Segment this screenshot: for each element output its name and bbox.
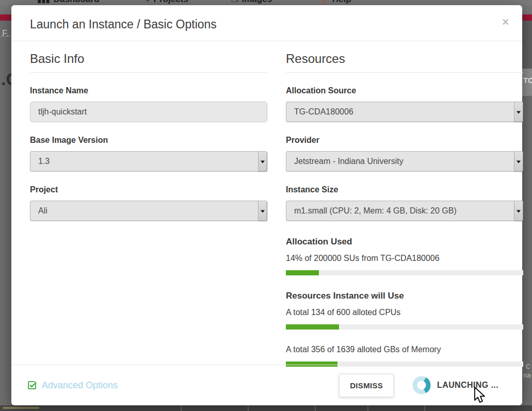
base-image-version-label: Base Image Version — [30, 136, 267, 145]
modal-title: Launch an Instance / Basic Options — [30, 18, 217, 31]
select-value: Jetstream - Indiana University — [294, 152, 404, 171]
nav-label: Projects — [154, 0, 188, 5]
select-value: Ali — [38, 201, 47, 221]
images-icon: ❐ — [231, 0, 238, 4]
dismiss-button[interactable]: DISMISS — [339, 374, 394, 397]
project-label: Project — [30, 185, 267, 194]
background-navbar: ▮▮▮ Dashboard ✎ Projects ❐ Images ❓ Help — [0, 0, 532, 5]
section-heading-basic-info: Basic Info — [30, 52, 267, 73]
background-button-fragment: TO — [523, 76, 532, 85]
spinner-icon — [412, 375, 431, 395]
select-value: m1.small (CPU: 2, Mem: 4 GB, Disk: 20 GB… — [294, 201, 457, 221]
nav-label: Images — [241, 0, 272, 5]
background-divider-fragment — [0, 36, 11, 37]
background-text-fragment: C — [526, 363, 530, 370]
chevron-down-icon — [514, 201, 523, 221]
chevron-down-icon — [258, 152, 267, 171]
launching-label: LAUNCHING ... — [437, 381, 498, 390]
basic-info-section: Basic Info Instance Name Base Image Vers… — [30, 41, 267, 221]
chevron-down-icon — [258, 201, 267, 221]
close-icon[interactable]: × — [502, 17, 509, 28]
instance-name-input[interactable] — [30, 102, 267, 122]
cpu-usage-text: A total 134 of 600 alloted CPUs — [286, 308, 523, 317]
nav-item-projects[interactable]: ✎ Projects — [143, 0, 188, 5]
table-divider — [367, 405, 368, 411]
instance-size-label: Instance Size — [286, 185, 523, 194]
allocation-used-text: 14% of 200000 SUs from TG-CDA180006 — [286, 254, 523, 263]
progress-fill — [286, 270, 319, 275]
cpu-usage-progressbar — [286, 324, 523, 330]
base-image-version-select[interactable]: 1.3 — [30, 151, 267, 172]
progress-fill — [286, 324, 339, 330]
chevron-down-icon — [514, 152, 523, 171]
instance-resources-heading: Resources Instance will Use — [286, 291, 523, 301]
advanced-options-label: Advanced Options — [42, 380, 118, 391]
chevron-down-icon — [514, 102, 523, 122]
modal-header: Launch an Instance / Basic Options × — [11, 5, 522, 41]
table-divider — [424, 405, 425, 411]
table-divider — [315, 405, 316, 411]
instance-name-label: Instance Name — [30, 86, 267, 95]
checkbox-checked-icon — [27, 380, 37, 390]
background-table-fragment — [0, 405, 532, 411]
background-tiny-text — [3, 407, 39, 409]
allocation-used-progressbar — [286, 270, 523, 275]
nav-item-help[interactable]: ❓ Help — [319, 0, 351, 5]
nav-item-images[interactable]: ❐ Images — [231, 0, 272, 5]
launch-instance-modal: Launch an Instance / Basic Options × Bas… — [11, 5, 522, 405]
mouse-cursor-icon — [474, 387, 487, 406]
bar-chart-icon: ▮▮▮ — [37, 0, 50, 4]
provider-select[interactable]: Jetstream - Indiana University — [286, 151, 523, 172]
allocation-used-heading: Allocation Used — [286, 237, 523, 247]
nav-item-dashboard[interactable]: ▮▮▮ Dashboard — [37, 0, 100, 5]
allocation-source-label: Allocation Source — [286, 86, 523, 95]
background-right-block — [522, 21, 532, 69]
select-value: 1.3 — [38, 152, 50, 171]
table-divider — [181, 405, 182, 411]
project-select[interactable]: Ali — [30, 201, 267, 221]
select-value: TG-CDA180006 — [294, 102, 353, 122]
allocation-source-select[interactable]: TG-CDA180006 — [286, 102, 523, 122]
nav-label: Help — [332, 0, 351, 5]
nav-label: Dashboard — [54, 0, 100, 5]
instance-size-select[interactable]: m1.small (CPU: 2, Mem: 4 GB, Disk: 20 GB… — [286, 201, 523, 221]
screen: ▮▮▮ Dashboard ✎ Projects ❐ Images ❓ Help… — [0, 0, 532, 411]
memory-usage-text: A total 356 of 1639 alloted GBs of Memor… — [286, 345, 523, 354]
table-divider — [248, 405, 249, 411]
advanced-options-link[interactable]: Advanced Options — [27, 380, 118, 391]
help-icon: ❓ — [319, 0, 329, 4]
pencil-icon: ✎ — [143, 0, 150, 4]
background-text-fragment: F. — [2, 28, 9, 39]
resources-section: Resources Allocation Source TG-CDA180006… — [286, 41, 523, 367]
provider-label: Provider — [286, 136, 523, 145]
section-heading-resources: Resources — [286, 52, 523, 73]
background-text-fragment: na — [523, 371, 530, 379]
modal-footer: Advanced Options DISMISS LAUNCHING ... — [11, 365, 522, 405]
